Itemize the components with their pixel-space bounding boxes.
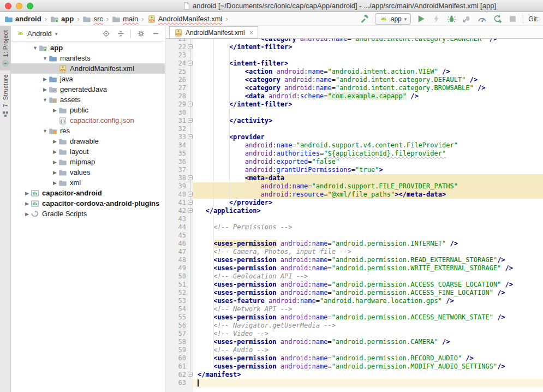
- code-line-53[interactable]: <uses-feature android:name="android.hard…: [193, 297, 543, 305]
- code-line-40[interactable]: android:resource="@xml/file_paths"></met…: [193, 191, 543, 199]
- chevron-down-icon[interactable]: ▼: [41, 56, 49, 61]
- code-line-26[interactable]: <category android:name="android.intent.c…: [193, 76, 543, 84]
- run-configuration-selector[interactable]: app▾: [375, 13, 411, 25]
- tree-item-drawable[interactable]: ▶drawable: [11, 136, 165, 146]
- close-window-button[interactable]: [5, 3, 11, 9]
- breadcrumb-app[interactable]: app: [50, 15, 74, 23]
- code-line-32[interactable]: [193, 125, 543, 133]
- zoom-window-button[interactable]: [27, 3, 33, 9]
- chevron-right-icon[interactable]: ▶: [51, 170, 58, 175]
- code-line-59[interactable]: <!-- Audio -->: [193, 346, 543, 354]
- code-line-55[interactable]: <uses-permission android:name="android.p…: [193, 313, 543, 322]
- code-line-35[interactable]: android:authorities="${applicationId}.fi…: [193, 150, 543, 158]
- breadcrumb-androidmanifest-xml[interactable]: </>AndroidManifest.xml: [147, 15, 223, 23]
- code-line-48[interactable]: <uses-permission android:name="android.p…: [193, 256, 543, 264]
- code-line-22[interactable]: </intent-filter>: [193, 43, 543, 51]
- tree-item-layout[interactable]: ▶layout: [11, 146, 165, 157]
- chevron-right-icon[interactable]: ▶: [51, 180, 58, 186]
- tool-window-button-1-project[interactable]: 1: Project: [0, 26, 11, 70]
- chevron-right-icon[interactable]: ▶: [23, 201, 31, 206]
- tree-item-xml[interactable]: ▶xml: [11, 177, 165, 188]
- tree-item-app[interactable]: ▼app: [11, 43, 165, 53]
- chevron-down-icon[interactable]: ▼: [41, 128, 49, 134]
- editor-gutter[interactable]: 2122232425262728293031323334353637383940…: [165, 39, 193, 392]
- apply-changes-button[interactable]: [492, 14, 503, 24]
- locate-button[interactable]: [101, 29, 111, 39]
- code-line-62[interactable]: </manifest>: [193, 371, 543, 379]
- code-line-57[interactable]: <!-- Video -->: [193, 330, 543, 338]
- code-line-63[interactable]: [193, 379, 543, 387]
- chevron-right-icon[interactable]: ▶: [41, 76, 49, 82]
- tree-item-mipmap[interactable]: ▶mipmap: [11, 157, 165, 167]
- tool-window-button-7-structure[interactable]: 7: Structure: [0, 70, 11, 121]
- tree-item-values[interactable]: ▶values: [11, 167, 165, 177]
- tree-item-generatedjava[interactable]: ▶generatedJava: [11, 84, 165, 94]
- code-line-60[interactable]: <uses-permission android:name="android.p…: [193, 354, 543, 363]
- code-line-42[interactable]: </application>: [193, 207, 543, 215]
- code-line-50[interactable]: <!-- Geolocation API -->: [193, 272, 543, 281]
- chevron-right-icon[interactable]: ▶: [51, 159, 58, 165]
- chevron-right-icon[interactable]: ▶: [23, 191, 31, 196]
- chevron-right-icon[interactable]: ▶: [51, 139, 58, 144]
- code-line-61[interactable]: <uses-permission android:name="android.p…: [193, 363, 543, 371]
- collapse-all-button[interactable]: [116, 29, 126, 39]
- minimize-window-button[interactable]: [16, 3, 22, 9]
- code-line-33[interactable]: <provider: [193, 133, 543, 141]
- editor-tab-androidmanifest[interactable]: </> AndroidManifest.xml ×: [169, 26, 258, 38]
- code-line-52[interactable]: <uses-permission android:name="android.p…: [193, 289, 543, 297]
- project-view-selector[interactable]: Android: [27, 29, 52, 38]
- code-line-29[interactable]: </intent-filter>: [193, 100, 543, 109]
- chevron-right-icon[interactable]: ▶: [23, 211, 31, 217]
- code-line-49[interactable]: <uses-permission android:name="android.p…: [193, 264, 543, 272]
- settings-button[interactable]: [136, 29, 146, 39]
- chevron-right-icon[interactable]: ▶: [51, 108, 58, 113]
- code-line-45[interactable]: [193, 231, 543, 240]
- code-line-46[interactable]: <uses-permission android:name="android.p…: [193, 240, 543, 248]
- code-line-39[interactable]: android:name="android.support.FILE_PROVI…: [193, 182, 543, 191]
- tree-item-capacitor-cordova-android-plugins[interactable]: ▶capacitor-cordova-android-plugins: [11, 198, 165, 209]
- code-line-58[interactable]: <uses-permission android:name="android.p…: [193, 338, 543, 346]
- tree-item-gradle-scripts[interactable]: ▶Gradle Scripts: [11, 209, 165, 219]
- code-line-21[interactable]: <category android:name="android.intent.c…: [193, 39, 543, 43]
- tree-item-public[interactable]: ▶public: [11, 105, 165, 115]
- chevron-down-icon[interactable]: ▼: [32, 45, 39, 51]
- debug-button[interactable]: [446, 14, 457, 24]
- tree-item-assets[interactable]: ▼assets: [11, 94, 165, 105]
- code-line-28[interactable]: <data android:scheme="com.example.capapp…: [193, 92, 543, 100]
- tree-item-androidmanifest-xml[interactable]: </>AndroidManifest.xml: [11, 63, 165, 74]
- code-line-44[interactable]: <!-- Permissions -->: [193, 223, 543, 231]
- code-editor[interactable]: <category android:name="android.intent.c…: [193, 39, 543, 392]
- profiler-button[interactable]: [477, 14, 487, 24]
- code-line-47[interactable]: <!-- Camera, Photos, input file -->: [193, 248, 543, 256]
- code-line-27[interactable]: <category android:name="android.intent.c…: [193, 84, 543, 92]
- tree-item-res[interactable]: ▼res: [11, 126, 165, 136]
- code-line-30[interactable]: [193, 109, 543, 117]
- code-line-36[interactable]: android:exported="false": [193, 158, 543, 166]
- code-line-34[interactable]: android:name="android.support.v4.content…: [193, 141, 543, 150]
- code-line-37[interactable]: android:grantUriPermissions="true">: [193, 166, 543, 174]
- tree-item-capacitor-android[interactable]: ▶capacitor-android: [11, 188, 165, 198]
- code-line-25[interactable]: <action android:name="android.intent.act…: [193, 68, 543, 76]
- build-button[interactable]: [360, 14, 370, 24]
- run-button[interactable]: [416, 14, 426, 24]
- breadcrumb-src[interactable]: src: [82, 15, 103, 23]
- breadcrumb-android[interactable]: android: [4, 15, 41, 23]
- chevron-down-icon[interactable]: ▼: [41, 97, 49, 103]
- hide-panel-button[interactable]: [151, 29, 160, 39]
- chevron-right-icon[interactable]: ▶: [41, 87, 49, 92]
- code-line-43[interactable]: [193, 215, 543, 223]
- code-line-24[interactable]: <intent-filter>: [193, 60, 543, 68]
- code-line-38[interactable]: <meta-data: [193, 174, 543, 182]
- code-line-56[interactable]: <!-- Navigator.getUserMedia -->: [193, 322, 543, 330]
- tree-item-java[interactable]: ▶java: [11, 74, 165, 84]
- git-branch-label[interactable]: Git:: [528, 15, 539, 23]
- code-line-51[interactable]: <uses-permission android:name="android.p…: [193, 281, 543, 289]
- attach-debugger-button[interactable]: [462, 14, 472, 24]
- code-line-31[interactable]: </activity>: [193, 117, 543, 125]
- code-line-23[interactable]: [193, 51, 543, 60]
- close-icon[interactable]: ×: [249, 29, 254, 36]
- tree-item-manifests[interactable]: ▼manifests: [11, 53, 165, 63]
- tree-item-capacitor-config-json[interactable]: { }capacitor.config.json: [11, 115, 165, 126]
- code-line-41[interactable]: </provider>: [193, 199, 543, 207]
- chevron-right-icon[interactable]: ▶: [51, 149, 58, 155]
